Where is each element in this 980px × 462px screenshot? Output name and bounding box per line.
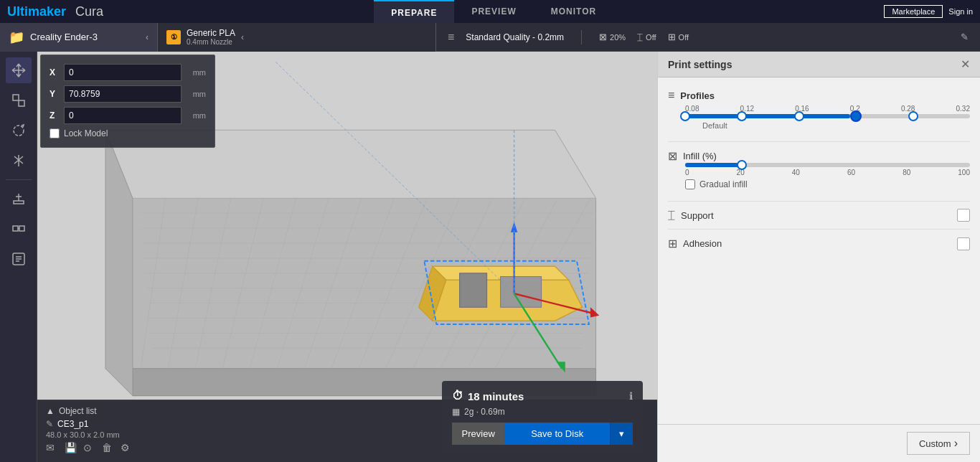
quality-slider-track[interactable]	[685, 114, 970, 118]
viewport[interactable]: X mm Y mm Z mm Lock Model ▲	[37, 52, 657, 462]
obj-action-email[interactable]: ✉	[46, 442, 60, 456]
save-dropdown-button[interactable]: ▾	[610, 423, 633, 445]
adhesion-icon: ⊞	[668, 32, 676, 42]
material-chevron-icon[interactable]: ‹	[241, 32, 244, 42]
printer-chevron-icon[interactable]: ‹	[146, 32, 149, 42]
profiles-label: Profiles	[680, 90, 715, 101]
logo-text1: Ultimaker	[7, 4, 66, 19]
material-nozzle: 0.4mm Nozzle	[187, 38, 235, 46]
adhesion-section-label: Adhesion	[683, 238, 722, 249]
infill-fill	[685, 163, 742, 167]
x-input[interactable]	[64, 64, 182, 81]
support-icon: ⌶	[637, 32, 643, 42]
signin-button[interactable]: Sign in	[948, 7, 973, 16]
right-panel: Print settings ✕ ≡ Profiles 0.08 0.12 0.…	[657, 52, 980, 462]
quality-thumb-028[interactable]	[908, 111, 918, 121]
toolbar-divider	[6, 179, 32, 180]
infill-slider-track[interactable]	[685, 163, 970, 167]
quality-thumb-02[interactable]	[850, 110, 862, 122]
infill-pct: 20%	[610, 33, 626, 42]
support-checkbox[interactable]	[957, 209, 970, 222]
support-value: Off	[646, 33, 656, 42]
tool-scale[interactable]	[6, 88, 32, 113]
custom-label: Custom	[919, 438, 951, 449]
svg-rect-3	[14, 201, 24, 204]
tab-monitor[interactable]: MONITOR	[534, 0, 613, 23]
svg-rect-0	[13, 95, 19, 100]
svg-rect-5	[13, 226, 18, 231]
edit-icon[interactable]: ✎	[961, 32, 969, 42]
material-icon2: ▦	[452, 407, 460, 417]
print-settings-content: ≡ Profiles 0.08 0.12 0.16 0.2 0.28 0.32	[658, 77, 980, 424]
svg-rect-6	[19, 226, 24, 231]
object-name: CE3_p1	[57, 419, 88, 429]
tool-mirror[interactable]	[6, 148, 32, 174]
tool-group[interactable]	[6, 216, 32, 242]
save-button[interactable]: Save to Disk	[504, 423, 610, 445]
print-settings-title: Print settings	[668, 59, 732, 70]
material-name: Generic PLA	[187, 28, 235, 38]
material-tab[interactable]: ① Generic PLA 0.4mm Nozzle ‹	[158, 23, 436, 52]
adhesion-checkbox[interactable]	[957, 237, 970, 250]
custom-button[interactable]: Custom ›	[907, 432, 970, 455]
infill-block: 0 20 40 60 80 100 Gradual infill	[685, 163, 970, 189]
obj-action-save[interactable]: 💾	[65, 442, 79, 456]
svg-rect-47	[501, 277, 542, 308]
y-input[interactable]	[64, 85, 182, 103]
lock-model-checkbox[interactable]	[50, 128, 60, 138]
nav-right: Marketplace Sign in	[884, 5, 973, 18]
left-toolbar	[0, 52, 37, 462]
z-unit: mm	[186, 111, 206, 120]
adhesion-setting: ⊞ Off	[668, 32, 689, 42]
support-setting: ⌶ Off	[637, 32, 656, 42]
gradual-row: Gradual infill	[685, 179, 970, 189]
tool-support[interactable]	[6, 186, 32, 212]
obj-action-settings[interactable]: ⚙	[121, 442, 135, 456]
second-bar: 📁 Creality Ender-3 ‹ ① Generic PLA 0.4mm…	[0, 23, 980, 52]
tab-prepare[interactable]: PREPARE	[374, 0, 454, 23]
tab-preview[interactable]: PREVIEW	[454, 0, 533, 23]
infill-setting: ⊠ 20%	[599, 32, 626, 42]
infill-section-label: Infill (%)	[683, 151, 717, 161]
app-logo: Ultimaker Cura	[7, 4, 103, 19]
support-section: ⌶ Support	[668, 201, 970, 229]
logo-text2: Cura	[75, 4, 103, 19]
infill-thumb[interactable]	[737, 160, 747, 170]
close-button[interactable]: ✕	[961, 57, 970, 71]
preview-button[interactable]: Preview	[452, 423, 504, 445]
settings-bar: ≡ Standard Quality - 0.2mm ⊠ 20% ⌶ Off ⊞…	[436, 23, 980, 52]
print-settings-header: Print settings ✕	[658, 52, 980, 77]
info-icon[interactable]: ℹ	[629, 390, 633, 402]
top-bar: Ultimaker Cura PREPARE PREVIEW MONITOR M…	[0, 0, 980, 23]
printer-tab[interactable]: 📁 Creality Ender-3 ‹	[0, 23, 158, 52]
tool-rotate[interactable]	[6, 118, 32, 143]
time-value: 18 minutes	[468, 390, 524, 402]
tool-move[interactable]	[6, 57, 32, 83]
obj-action-center[interactable]: ⊙	[83, 442, 98, 456]
y-label: Y	[50, 89, 60, 99]
action-buttons: Preview Save to Disk ▾	[452, 423, 633, 445]
tool-per-model[interactable]	[6, 246, 32, 272]
z-input[interactable]	[64, 107, 182, 124]
estimate-time: ⏱ 18 minutes	[452, 390, 524, 402]
support-section-label: Support	[681, 210, 714, 221]
quality-thumb-008[interactable]	[680, 111, 690, 121]
obj-action-delete[interactable]: 🗑	[102, 442, 116, 456]
position-panel: X mm Y mm Z mm Lock Model	[40, 55, 215, 148]
profiles-icon: ≡	[668, 89, 674, 102]
adhesion-section-icon: ⊞	[668, 237, 677, 250]
folder-icon: 📁	[9, 29, 24, 45]
quality-thumb-012[interactable]	[737, 111, 747, 121]
estimate-material: ▦ 2g · 0.69m	[452, 407, 633, 417]
z-label: Z	[50, 110, 60, 121]
gradual-infill-checkbox[interactable]	[685, 179, 695, 189]
quality-icon: ≡	[448, 31, 454, 44]
clock-icon: ⏱	[452, 390, 463, 402]
quality-thumb-016[interactable]	[794, 111, 804, 121]
adhesion-value: Off	[679, 33, 689, 42]
marketplace-button[interactable]: Marketplace	[884, 5, 943, 18]
adhesion-section: ⊞ Adhesion	[668, 229, 970, 258]
svg-rect-46	[460, 273, 487, 307]
profile-default: Default	[702, 121, 970, 130]
svg-point-2	[14, 126, 24, 136]
